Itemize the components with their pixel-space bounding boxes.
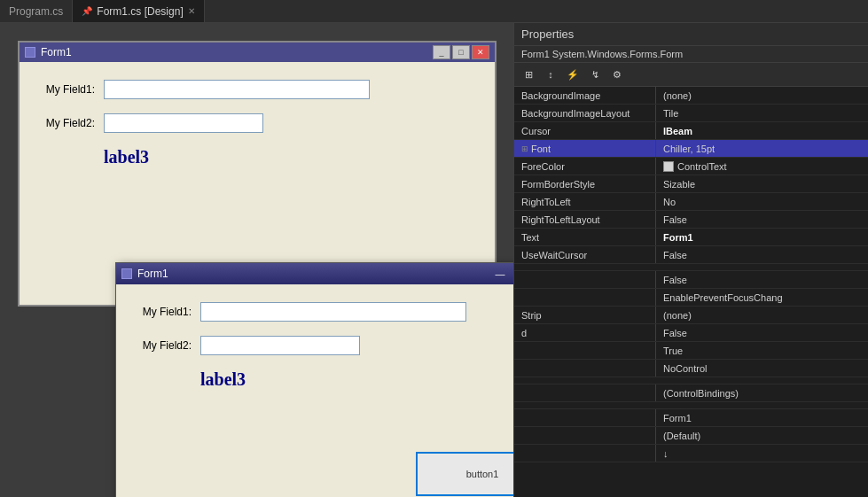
prop-value: NoControl: [656, 360, 868, 377]
prop-name: Text: [514, 229, 656, 245]
prop-tool-settings[interactable]: ⚙: [607, 66, 627, 83]
prop-name: [514, 427, 656, 444]
prop-value: Chiller, 15pt: [656, 140, 868, 157]
prop-name: [514, 271, 656, 288]
prop-value: (ControlBindings): [656, 384, 868, 401]
prop-name: d: [514, 324, 656, 341]
tab-close-icon[interactable]: ✕: [188, 6, 195, 16]
prop-tool-properties[interactable]: ⚡: [563, 66, 583, 83]
prop-value: False: [656, 211, 868, 228]
window-controls: _ □ ✕: [433, 45, 489, 59]
runtime-maximize-button[interactable]: □: [512, 266, 513, 282]
prop-value: False: [656, 324, 868, 341]
prop-value: EnablePreventFocusChang: [656, 289, 868, 306]
field2-input[interactable]: [104, 113, 263, 133]
prop-value: (none): [656, 307, 868, 323]
prop-row-righttoleft[interactable]: RightToLeft No: [514, 193, 868, 211]
prop-name: [514, 289, 656, 306]
prop-name: Strip: [514, 307, 656, 323]
tab-form1-design[interactable]: 📌 Form1.cs [Design] ✕: [73, 0, 204, 22]
prop-name: [514, 409, 656, 426]
tab-bar: Program.cs 📌 Form1.cs [Design] ✕: [0, 0, 868, 23]
prop-row-backgroundimage[interactable]: BackgroundImage (none): [514, 87, 868, 105]
runtime-window-controls: — □ ✕: [490, 266, 513, 282]
prop-row-cursor[interactable]: Cursor IBeam: [514, 122, 868, 140]
prop-row-strip[interactable]: Strip (none): [514, 307, 868, 324]
runtime-field1-label: My Field1:: [129, 306, 192, 318]
runtime-titlebar: Form1 — □ ✕: [116, 263, 513, 284]
prop-name: ⊞ Font: [514, 140, 656, 157]
prop-name: UseWaitCursor: [514, 246, 656, 263]
prop-row-enableprevent[interactable]: EnablePreventFocusChang: [514, 289, 868, 307]
runtime-button1[interactable]: button1: [416, 452, 513, 496]
properties-table: BackgroundImage (none) BackgroundImageLa…: [514, 87, 868, 497]
prop-row-default[interactable]: (Default): [514, 427, 868, 445]
prop-name: RightToLeftLayout: [514, 211, 656, 228]
color-swatch: [663, 161, 674, 172]
prop-value: (none): [656, 87, 868, 104]
prop-name: FormBorderStyle: [514, 175, 656, 192]
prop-name: Cursor: [514, 122, 656, 139]
runtime-field1-input[interactable]: [200, 302, 466, 322]
prop-name: RightToLeft: [514, 193, 656, 210]
runtime-field2-input[interactable]: [200, 336, 360, 355]
prop-tool-events[interactable]: ↯: [585, 66, 605, 83]
designer-area: Form1 _ □ ✕ My Field1: My Field2: label3…: [0, 23, 513, 497]
properties-header: Properties: [514, 23, 868, 46]
design-form-titlebar: Form1 _ □ ✕: [20, 43, 495, 62]
prop-value: ↓: [656, 445, 868, 462]
prop-value: IBeam: [656, 122, 868, 139]
field1-label: My Field1:: [33, 83, 95, 96]
prop-row-formborderstyle[interactable]: FormBorderStyle Sizable: [514, 175, 868, 193]
prop-name: [514, 384, 656, 401]
prop-name: [514, 445, 656, 462]
tab-label: Form1.cs [Design]: [97, 5, 183, 18]
prop-value: Form1: [656, 229, 868, 245]
prop-row-d[interactable]: d False: [514, 324, 868, 342]
prop-row-usewaitcursor[interactable]: UseWaitCursor False: [514, 246, 868, 264]
design-form-title: Form1: [41, 46, 72, 58]
properties-panel: Properties Form1 System.Windows.Forms.Fo…: [513, 23, 868, 497]
properties-object: Form1 System.Windows.Forms.Form: [514, 46, 868, 63]
form-icon: [25, 47, 35, 58]
prop-row-true[interactable]: True: [514, 342, 868, 360]
tab-label: Program.cs: [9, 5, 63, 18]
prop-value: True: [656, 342, 868, 359]
prop-row-form1-val[interactable]: Form1: [514, 409, 868, 427]
runtime-minimize-button[interactable]: —: [490, 266, 510, 282]
prop-row-font[interactable]: ⊞ Font Chiller, 15pt: [514, 140, 868, 158]
prop-row-arrow[interactable]: ↓: [514, 445, 868, 462]
runtime-form-body: My Field1: My Field2: label3 button1: [116, 284, 513, 497]
prop-tool-categorized[interactable]: ⊞: [519, 66, 538, 83]
runtime-label3: label3: [200, 369, 513, 390]
runtime-field2-label: My Field2:: [129, 339, 192, 352]
prop-row-nocontrol[interactable]: NoControl: [514, 360, 868, 377]
field-row-2: My Field2:: [33, 113, 481, 133]
field-row-1: My Field1:: [33, 80, 481, 99]
tab-pin-icon: 📌: [82, 6, 92, 16]
prop-row-righttoleftlayout[interactable]: RightToLeftLayout False: [514, 211, 868, 229]
prop-value: Tile: [656, 105, 868, 121]
prop-value: No: [656, 193, 868, 210]
field1-input[interactable]: [104, 80, 370, 99]
minimize-button[interactable]: _: [433, 45, 450, 59]
prop-gap-2: [514, 377, 868, 384]
prop-value: Form1: [656, 409, 868, 426]
prop-tool-alphabetical[interactable]: ↕: [541, 66, 560, 83]
runtime-field-row-2: My Field2:: [129, 336, 513, 355]
tab-program-cs[interactable]: Program.cs: [0, 0, 73, 22]
prop-row-text[interactable]: Text Form1: [514, 229, 868, 246]
maximize-button[interactable]: □: [452, 45, 470, 59]
prop-row-forecolor[interactable]: ForeColor ControlText: [514, 158, 868, 175]
prop-gap-3: [514, 402, 868, 409]
prop-row-controlbindings[interactable]: (ControlBindings): [514, 384, 868, 402]
runtime-form: Form1 — □ ✕ My Field1: My Field2: label3…: [115, 262, 513, 497]
expand-icon[interactable]: ⊞: [521, 144, 528, 153]
close-button[interactable]: ✕: [472, 45, 489, 59]
prop-name: BackgroundImageLayout: [514, 105, 656, 121]
prop-row-misc1[interactable]: False: [514, 271, 868, 289]
prop-row-backgroundimagelayout[interactable]: BackgroundImageLayout Tile: [514, 105, 868, 122]
properties-toolbar: ⊞ ↕ ⚡ ↯ ⚙: [514, 63, 868, 87]
prop-name: ForeColor: [514, 158, 656, 175]
prop-name: [514, 360, 656, 377]
